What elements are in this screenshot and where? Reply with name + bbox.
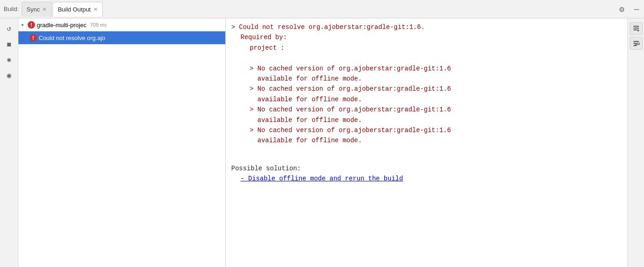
tab-sync-label: Sync bbox=[27, 6, 40, 13]
svg-rect-7 bbox=[633, 45, 637, 46]
left-sidebar: ↺ ◼ ✱ ◉ bbox=[0, 18, 18, 267]
output-blank-2 bbox=[231, 146, 622, 156]
tab-build-output[interactable]: Build Output ✕ bbox=[53, 2, 103, 17]
minimize-button[interactable]: — bbox=[629, 2, 644, 17]
tree-label-root: gradle-multi-projec bbox=[37, 22, 87, 29]
error-icon-child: ! bbox=[29, 34, 37, 41]
pin-icon[interactable]: ✱ bbox=[3, 53, 16, 66]
soft-wrap-button[interactable] bbox=[630, 37, 643, 50]
output-line-1: > Could not resolve org.ajoberstar:gradl… bbox=[231, 22, 622, 32]
output-line-11: available for offline mode. bbox=[231, 135, 622, 145]
refresh-icon[interactable]: ↺ bbox=[3, 22, 16, 35]
svg-rect-2 bbox=[633, 29, 637, 30]
scroll-to-end-button[interactable] bbox=[630, 22, 643, 35]
tree-panel: ▼ ! gradle-multi-projec 709 ms ! Could n… bbox=[18, 18, 226, 267]
output-line-4: > No cached version of org.ajoberstar:gr… bbox=[231, 64, 622, 74]
output-panel[interactable]: > Could not resolve org.ajoberstar:gradl… bbox=[226, 18, 627, 267]
eye-icon[interactable]: ◉ bbox=[3, 69, 16, 82]
svg-marker-3 bbox=[638, 29, 639, 32]
tree-item-root[interactable]: ▼ ! gradle-multi-projec 709 ms bbox=[18, 18, 225, 31]
output-line-8: > No cached version of org.ajoberstar:gr… bbox=[231, 104, 622, 115]
tab-bar: Build: Sync ✕ Build Output ✕ ⚙ — bbox=[0, 0, 644, 18]
output-line-7: available for offline mode. bbox=[231, 94, 622, 104]
output-line-9: available for offline mode. bbox=[231, 115, 622, 125]
tab-sync[interactable]: Sync ✕ bbox=[22, 2, 52, 17]
tab-build-output-label: Build Output bbox=[58, 6, 91, 13]
settings-button[interactable]: ⚙ bbox=[615, 2, 629, 17]
tree-item-child[interactable]: ! Could not resolve org.ajo bbox=[18, 31, 225, 44]
tab-sync-close[interactable]: ✕ bbox=[42, 7, 47, 12]
scroll-end-icon bbox=[632, 25, 640, 32]
output-solution-header: Possible solution: bbox=[231, 163, 622, 174]
output-blank-1 bbox=[231, 53, 622, 63]
tree-label-child: Could not resolve org.ajo bbox=[39, 35, 105, 41]
right-sidebar bbox=[627, 18, 644, 267]
output-solution-link[interactable]: - Disable offline mode and rerun the bui… bbox=[231, 174, 622, 184]
tab-build-output-close[interactable]: ✕ bbox=[94, 7, 98, 12]
output-line-5: available for offline mode. bbox=[231, 74, 622, 84]
svg-rect-5 bbox=[633, 43, 638, 44]
svg-rect-0 bbox=[633, 26, 639, 27]
stop-icon[interactable]: ◼ bbox=[3, 38, 16, 51]
soft-wrap-icon bbox=[632, 40, 640, 47]
svg-rect-1 bbox=[633, 28, 639, 29]
output-line-6: > No cached version of org.ajoberstar:gr… bbox=[231, 84, 622, 94]
svg-rect-4 bbox=[633, 41, 639, 42]
main-content: ↺ ◼ ✱ ◉ ▼ ! gradle-multi-projec 709 ms !… bbox=[0, 18, 644, 267]
error-icon-root: ! bbox=[28, 21, 35, 29]
output-line-2: Required by: bbox=[231, 32, 622, 42]
duration-root: 709 ms bbox=[90, 22, 107, 28]
output-line-10: > No cached version of org.ajoberstar:gr… bbox=[231, 125, 622, 135]
expand-arrow-root: ▼ bbox=[20, 23, 26, 28]
output-line-3: project : bbox=[231, 43, 622, 53]
build-label: Build: bbox=[4, 6, 19, 12]
